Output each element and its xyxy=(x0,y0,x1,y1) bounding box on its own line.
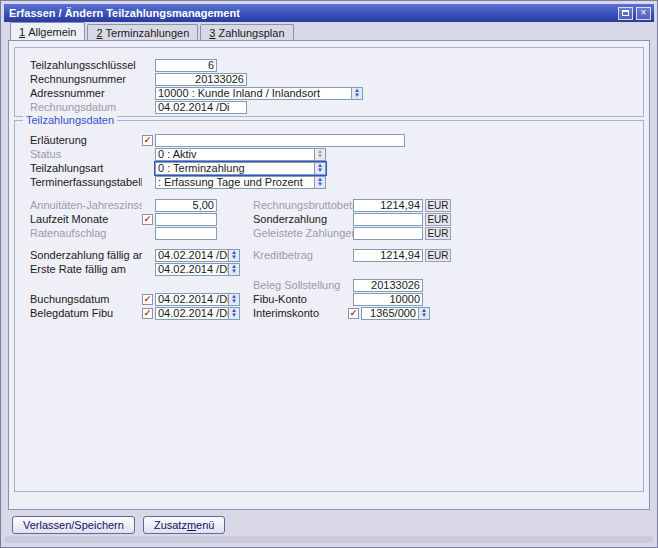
annuitaeten-field: 5,00 xyxy=(155,199,217,212)
sonderzahlung-faellig-spinner[interactable]: ▲ ▼ xyxy=(229,249,240,262)
row-teilzahlungsart: Teilzahlungsart 0 : Terminzahlung ▲ ▼ xyxy=(15,161,643,175)
terminerfassungstabelle-combo[interactable]: : Erfassung Tage und Prozent ▲ ▼ xyxy=(155,176,326,189)
interimskonto-combo[interactable]: 1365/000 ▲ ▼ xyxy=(361,307,430,320)
tab-bar: 1 Allgemein 2 Terminzahlungen 3 Zahlungs… xyxy=(4,22,654,40)
row-status: Status 0 : Aktiv ▲ ▼ xyxy=(15,147,643,161)
status-field: 0 : Aktiv xyxy=(155,148,315,161)
annuitaeten-label: Annuitäten-Jahreszinssatz xyxy=(30,199,142,211)
sonderzahlung-faellig-field[interactable]: 04.02.2014 /Di xyxy=(155,249,229,262)
tab-terminzahlungen-num: 2 xyxy=(96,27,102,39)
tab-allgemein[interactable]: 1 Allgemein xyxy=(10,22,85,40)
laufzeit-field[interactable] xyxy=(155,213,217,226)
erlaeuterung-checkbox[interactable]: ✓ xyxy=(142,135,153,146)
tab-allgemein-label: Allgemein xyxy=(28,26,76,38)
row-rechnungsdatum: Rechnungsdatum 04.02.2014 /Di xyxy=(15,100,643,114)
fibu-konto-field[interactable]: 10000 xyxy=(353,293,423,306)
check-icon: ✓ xyxy=(144,215,152,224)
tab-terminzahlungen[interactable]: 2 Terminzahlungen xyxy=(87,24,198,40)
interimskonto-checkbox[interactable]: ✓ xyxy=(348,308,359,319)
spinner-down-icon: ▼ xyxy=(317,168,323,173)
row-terminerfassungstabelle: Terminerfassungstabelle : Erfassung Tage… xyxy=(15,175,643,189)
row-belegdatum: Belegdatum Fibu ✓ 04.02.2014 /Di ▲ ▼ Int… xyxy=(15,306,643,320)
teilzahlungsart-field[interactable]: 0 : Terminzahlung xyxy=(155,162,315,175)
erlaeuterung-field[interactable] xyxy=(155,134,405,147)
check-icon: ✓ xyxy=(144,309,152,318)
status-label: Status xyxy=(30,148,142,160)
check-icon: ✓ xyxy=(144,295,152,304)
adressnummer-label: Adressnummer xyxy=(30,87,142,99)
spinner-down-icon: ▼ xyxy=(317,154,323,159)
erlaeuterung-label: Erläuterung xyxy=(30,134,142,146)
row-buchungsdatum: Buchungsdatum ✓ 04.02.2014 /Di ▲ ▼ Fibu-… xyxy=(15,292,643,306)
laufzeit-checkbox[interactable]: ✓ xyxy=(142,214,153,225)
sonderzahlung-faellig-label: Sonderzahlung fällig am xyxy=(30,249,142,261)
belegdatum-checkbox[interactable]: ✓ xyxy=(142,308,153,319)
verlassen-speichern-button[interactable]: Verlassen/Speichern xyxy=(12,516,135,534)
geleistete-field xyxy=(353,227,423,240)
interimskonto-label: Interimskonto xyxy=(253,307,348,319)
terminerfassungstabelle-spinner[interactable]: ▲ ▼ xyxy=(315,176,326,189)
titlebar[interactable]: Erfassen / Ändern Teilzahlungsmanagement… xyxy=(4,4,654,22)
spinner-down-icon: ▼ xyxy=(354,93,360,98)
tab-zahlungsplan-label: Zahlungsplan xyxy=(218,27,284,39)
belegdatum-label: Belegdatum Fibu xyxy=(30,307,142,319)
close-button[interactable]: × xyxy=(636,7,651,20)
interimskonto-spinner[interactable]: ▲ ▼ xyxy=(419,307,430,320)
buchungsdatum-spinner[interactable]: ▲ ▼ xyxy=(229,293,240,306)
check-icon: ✓ xyxy=(144,136,152,145)
row-beleg-sollstellung: Beleg Sollstellung 20133026 xyxy=(15,278,643,292)
erste-rate-field[interactable]: 04.02.2014 /Di xyxy=(155,263,229,276)
sonderzahlung-label: Sonderzahlung xyxy=(253,213,353,225)
row-annuitaeten: Annuitäten-Jahreszinssatz 5,00 Rechnungs… xyxy=(15,198,643,212)
status-spinner: ▲ ▼ xyxy=(315,148,326,161)
window-title: Erfassen / Ändern Teilzahlungsmanagement xyxy=(9,7,615,19)
rechnungsnummer-label: Rechnungsnummer xyxy=(30,73,142,85)
teilzahlungsdaten-legend: Teilzahlungsdaten xyxy=(23,114,117,126)
tab-zahlungsplan[interactable]: 3 Zahlungsplan xyxy=(200,24,293,40)
belegdatum-field[interactable]: 04.02.2014 /Di xyxy=(155,307,229,320)
ratenaufschlag-field xyxy=(155,227,217,240)
adressnummer-spinner[interactable]: ▲ ▼ xyxy=(352,87,363,100)
spinner-down-icon: ▼ xyxy=(231,313,237,318)
sonderzahlung-field[interactable] xyxy=(353,213,423,226)
maximize-icon xyxy=(622,10,629,16)
row-erlaeuterung: Erläuterung ✓ xyxy=(15,133,643,147)
fibu-konto-label: Fibu-Konto xyxy=(253,293,353,305)
close-icon: × xyxy=(641,8,647,18)
maximize-button[interactable] xyxy=(618,7,633,20)
row-teilzahlungsschluessel: Teilzahlungsschlüssel 6 xyxy=(15,58,643,72)
spinner-down-icon: ▼ xyxy=(421,313,427,318)
row-rechnungsnummer: Rechnungsnummer 20133026 xyxy=(15,72,643,86)
kreditbetrag-label: Kreditbetrag xyxy=(253,249,353,261)
erste-rate-date[interactable]: 04.02.2014 /Di ▲ ▼ xyxy=(155,263,240,276)
row-ratenaufschlag: Ratenaufschlag Geleistete Zahlungen EUR xyxy=(15,226,643,240)
teilzahlungsart-spinner[interactable]: ▲ ▼ xyxy=(315,162,326,175)
adressnummer-combo[interactable]: 10000 : Kunde Inland / Inlandsort ▲ ▼ xyxy=(155,87,363,100)
row-adressnummer: Adressnummer 10000 : Kunde Inland / Inla… xyxy=(15,86,643,100)
adressnummer-field[interactable]: 10000 : Kunde Inland / Inlandsort xyxy=(155,87,352,100)
rechnungsnummer-field[interactable]: 20133026 xyxy=(155,73,247,86)
check-icon: ✓ xyxy=(350,309,358,318)
tab-zahlungsplan-num: 3 xyxy=(209,27,215,39)
buchungsdatum-date[interactable]: 04.02.2014 /Di ▲ ▼ xyxy=(155,293,240,306)
rechnungsdatum-field: 04.02.2014 /Di xyxy=(155,101,247,114)
belegdatum-spinner[interactable]: ▲ ▼ xyxy=(229,307,240,320)
kreditbetrag-currency: EUR xyxy=(425,249,451,262)
sonderzahlung-faellig-date[interactable]: 04.02.2014 /Di ▲ ▼ xyxy=(155,249,240,262)
geleistete-currency: EUR xyxy=(425,227,451,240)
tab-page-allgemein: Teilzahlungsschlüssel 6 Rechnungsnummer … xyxy=(8,40,650,510)
tab-terminzahlungen-label: Terminzahlungen xyxy=(106,27,190,39)
buchungsdatum-field[interactable]: 04.02.2014 /Di xyxy=(155,293,229,306)
zusatzmenue-button[interactable]: Zusatzmenü xyxy=(143,516,226,534)
belegdatum-date[interactable]: 04.02.2014 /Di ▲ ▼ xyxy=(155,307,240,320)
teilzahlungsart-combo[interactable]: 0 : Terminzahlung ▲ ▼ xyxy=(155,162,326,175)
status-combo: 0 : Aktiv ▲ ▼ xyxy=(155,148,326,161)
buchungsdatum-checkbox[interactable]: ✓ xyxy=(142,294,153,305)
spinner-down-icon: ▼ xyxy=(231,269,237,274)
terminerfassungstabelle-field[interactable]: : Erfassung Tage und Prozent xyxy=(155,176,315,189)
erste-rate-spinner[interactable]: ▲ ▼ xyxy=(229,263,240,276)
interimskonto-field[interactable]: 1365/000 xyxy=(361,307,419,320)
geleistete-label: Geleistete Zahlungen xyxy=(253,227,353,239)
teilzahlungsschluessel-field[interactable]: 6 xyxy=(155,59,217,72)
tab-allgemein-num: 1 xyxy=(19,26,25,38)
